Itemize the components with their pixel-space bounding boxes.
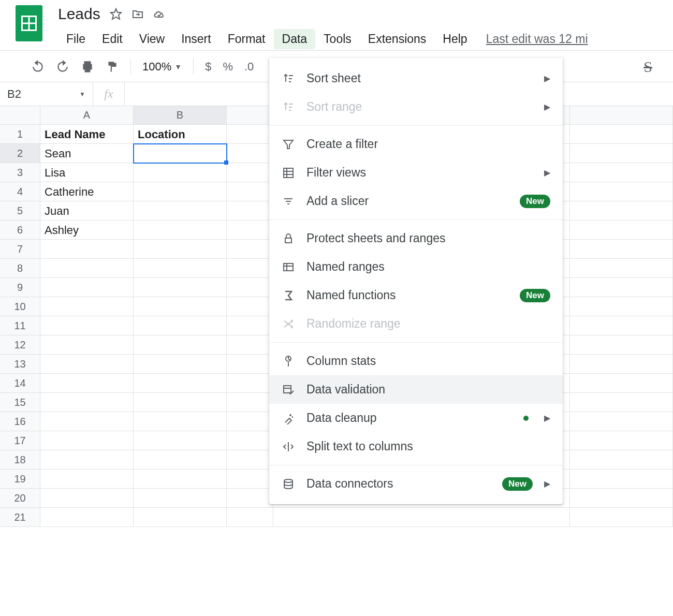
column-header-A[interactable]: A xyxy=(40,106,134,125)
cell[interactable] xyxy=(570,125,673,144)
cell[interactable] xyxy=(570,259,673,278)
row-header-11[interactable]: 11 xyxy=(0,316,40,335)
cell[interactable] xyxy=(227,412,273,431)
row-header-15[interactable]: 15 xyxy=(0,393,40,412)
format-currency[interactable]: $ xyxy=(205,60,211,74)
cell[interactable] xyxy=(227,431,273,450)
undo-icon[interactable] xyxy=(31,60,45,74)
cell-B8[interactable] xyxy=(134,259,227,278)
cell[interactable] xyxy=(570,297,673,316)
cell-A1[interactable]: Lead Name xyxy=(40,125,134,144)
name-box[interactable]: B2▼ xyxy=(0,82,93,106)
document-title[interactable]: Leads xyxy=(58,5,100,23)
cell[interactable] xyxy=(570,431,673,450)
format-decimal[interactable]: .0 xyxy=(244,60,254,74)
row-header-14[interactable]: 14 xyxy=(0,374,40,393)
cell[interactable] xyxy=(570,508,673,527)
strikethrough-button[interactable]: S xyxy=(643,58,663,76)
cell[interactable] xyxy=(227,470,273,489)
menu-item-named-functions[interactable]: Named functionsNew xyxy=(269,281,563,310)
cell-A18[interactable] xyxy=(40,450,134,470)
row-header-1[interactable]: 1 xyxy=(0,125,40,144)
menu-edit[interactable]: Edit xyxy=(94,29,131,49)
cell-A13[interactable] xyxy=(40,355,134,374)
cell[interactable] xyxy=(570,144,673,163)
cell[interactable] xyxy=(227,335,273,355)
cell-A3[interactable]: Lisa xyxy=(40,163,134,182)
print-icon[interactable] xyxy=(81,60,94,74)
row-header-17[interactable]: 17 xyxy=(0,431,40,450)
menu-view[interactable]: View xyxy=(131,29,173,49)
cell[interactable] xyxy=(570,412,673,431)
star-icon[interactable] xyxy=(110,8,122,20)
cell-B7[interactable] xyxy=(134,240,227,259)
menu-item-data-cleanup[interactable]: Data cleanup▶ xyxy=(269,404,563,432)
cell-B10[interactable] xyxy=(134,297,227,316)
cell-B2[interactable] xyxy=(134,144,227,163)
cell[interactable] xyxy=(227,240,273,259)
row-header-8[interactable]: 8 xyxy=(0,259,40,278)
cell[interactable] xyxy=(570,393,673,412)
column-header[interactable] xyxy=(227,106,273,125)
cell-A11[interactable] xyxy=(40,316,134,335)
cell[interactable] xyxy=(570,355,673,374)
cell[interactable] xyxy=(273,508,570,527)
cell-A20[interactable] xyxy=(40,489,134,508)
column-header[interactable] xyxy=(570,106,673,125)
cell-B16[interactable] xyxy=(134,412,227,431)
cloud-status-icon[interactable] xyxy=(153,8,166,20)
cell-B6[interactable] xyxy=(134,221,227,240)
cell[interactable] xyxy=(227,221,273,240)
menu-item-protect-sheets-and-ranges[interactable]: Protect sheets and ranges xyxy=(269,224,563,253)
cell-A17[interactable] xyxy=(40,431,134,450)
format-percent[interactable]: % xyxy=(223,60,233,74)
row-header-9[interactable]: 9 xyxy=(0,278,40,297)
cell[interactable] xyxy=(227,374,273,393)
sheets-logo[interactable] xyxy=(16,5,42,41)
menu-data[interactable]: Data xyxy=(274,29,316,49)
row-header-5[interactable]: 5 xyxy=(0,201,40,221)
cell-A16[interactable] xyxy=(40,412,134,431)
cell-B17[interactable] xyxy=(134,431,227,450)
cell[interactable] xyxy=(227,355,273,374)
cell-B18[interactable] xyxy=(134,450,227,470)
cell-A10[interactable] xyxy=(40,297,134,316)
cell-B11[interactable] xyxy=(134,316,227,335)
cell-A9[interactable] xyxy=(40,278,134,297)
cell[interactable] xyxy=(227,201,273,221)
row-header-18[interactable]: 18 xyxy=(0,450,40,470)
zoom-select[interactable]: 100%▼ xyxy=(142,60,182,74)
cell-B14[interactable] xyxy=(134,374,227,393)
cell[interactable] xyxy=(227,393,273,412)
menu-format[interactable]: Format xyxy=(220,29,274,49)
select-all-corner[interactable] xyxy=(0,106,40,125)
cell-B12[interactable] xyxy=(134,335,227,355)
cell-A8[interactable] xyxy=(40,259,134,278)
cell[interactable] xyxy=(227,163,273,182)
cell-B19[interactable] xyxy=(134,470,227,489)
cell[interactable] xyxy=(570,182,673,201)
cell[interactable] xyxy=(570,335,673,355)
row-header-4[interactable]: 4 xyxy=(0,182,40,201)
cell-A12[interactable] xyxy=(40,335,134,355)
menu-item-split-text-to-columns[interactable]: Split text to columns xyxy=(269,432,563,461)
row-header-7[interactable]: 7 xyxy=(0,240,40,259)
menu-insert[interactable]: Insert xyxy=(173,29,220,49)
row-header-3[interactable]: 3 xyxy=(0,163,40,182)
cell-A5[interactable]: Juan xyxy=(40,201,134,221)
cell[interactable] xyxy=(227,259,273,278)
cell-B3[interactable] xyxy=(134,163,227,182)
cell[interactable] xyxy=(227,144,273,163)
row-header-16[interactable]: 16 xyxy=(0,412,40,431)
column-header-B[interactable]: B xyxy=(134,106,227,125)
menu-item-filter-views[interactable]: Filter views▶ xyxy=(269,158,563,187)
cell-B13[interactable] xyxy=(134,355,227,374)
row-header-2[interactable]: 2 xyxy=(0,144,40,163)
cell-A2[interactable]: Sean xyxy=(40,144,134,163)
row-header-6[interactable]: 6 xyxy=(0,221,40,240)
cell-B15[interactable] xyxy=(134,393,227,412)
paint-format-icon[interactable] xyxy=(106,60,119,74)
menu-extensions[interactable]: Extensions xyxy=(360,29,435,49)
cell[interactable] xyxy=(227,316,273,335)
menu-help[interactable]: Help xyxy=(434,29,475,49)
